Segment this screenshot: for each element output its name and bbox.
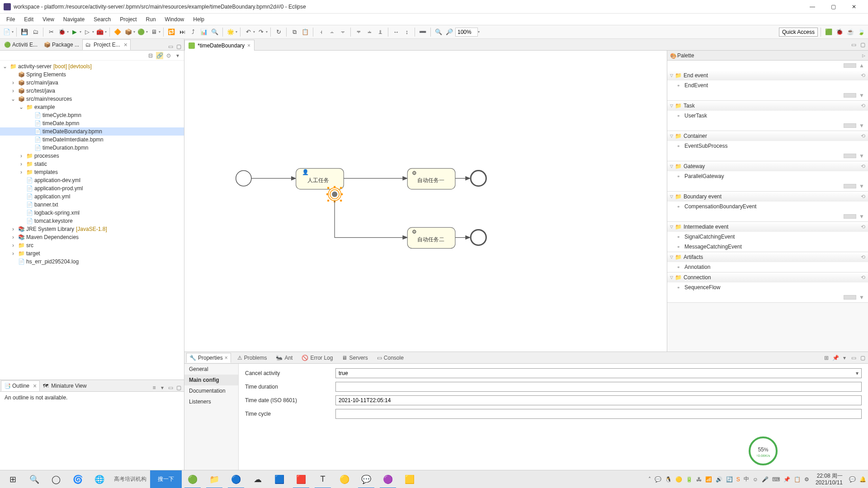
copy-icon[interactable]: ⧉ [289, 27, 299, 37]
props-tab-main-config[interactable]: Main config [184, 375, 238, 385]
palette-scroll-indicator[interactable]: ▼ [667, 181, 868, 191]
palette-item[interactable]: ▫SequenceFlow [667, 282, 868, 292]
tray-action-center-icon[interactable]: 💬 [849, 476, 856, 483]
save-all-button[interactable]: 🗂 [30, 27, 40, 37]
bpmn-end-event-1[interactable] [471, 171, 486, 186]
view-maximize-icon[interactable]: ▢ [175, 43, 182, 50]
save-button[interactable]: 💾 [19, 27, 29, 37]
focus-icon[interactable]: ⊙ [165, 52, 172, 59]
view-menu-icon[interactable]: ▾ [159, 384, 166, 391]
undo-icon[interactable]: ↶ [243, 27, 253, 37]
tree-node[interactable]: 📄hs_err_pid295204.log [0, 258, 184, 266]
bpmn-canvas[interactable]: 👤 人工任务 [184, 51, 667, 352]
view-tab-activiti[interactable]: 🟢Activiti E... [1, 39, 41, 50]
collapse-all-icon[interactable]: ⊟ [147, 52, 154, 59]
palette-scroll-indicator[interactable]: ▼ [667, 292, 868, 302]
palette-scroll-indicator[interactable]: ▼ [667, 121, 868, 131]
quick-access-input[interactable]: Quick Access [779, 28, 818, 37]
zoom-actual-icon[interactable]: 🔍 [434, 27, 443, 37]
tray-qq-icon[interactable]: 🐧 [665, 476, 672, 483]
mark-icon[interactable]: 🌟 [226, 27, 236, 37]
tree-node[interactable]: 📄timeDate.bpmn [0, 119, 184, 127]
tree-node[interactable]: 📄timeCycle.bpmn [0, 111, 184, 119]
menu-edit[interactable]: Edit [19, 14, 38, 24]
palette-category-header[interactable]: ▽📁Intermediate event⟲ [667, 222, 868, 232]
view-minimize-icon[interactable]: ▭ [850, 354, 857, 361]
task-view-icon[interactable]: ◯ [45, 470, 67, 488]
open-type-button[interactable]: 🔶 [113, 27, 123, 37]
taskbar-app-wechat[interactable]: 💬 [355, 470, 377, 488]
cut-icon[interactable]: ✂ [46, 27, 56, 37]
ext-tools-button[interactable]: 🧰 [95, 27, 105, 37]
relaunch-icon[interactable]: ⤴ [188, 27, 198, 37]
tray-sogou-icon[interactable]: S [736, 476, 740, 483]
palette-item[interactable]: ▫EventSubProcess [667, 141, 868, 151]
link-editor-icon[interactable]: 🔗 [156, 52, 163, 59]
view-minimize-icon[interactable]: ▭ [167, 43, 174, 50]
palette-category-header[interactable]: ▽📁End event⟲ [667, 70, 868, 80]
search-icon[interactable]: 🔍 [210, 27, 220, 37]
tray-360-icon[interactable]: 🟡 [675, 476, 682, 483]
tree-node[interactable]: 📄application-dev.yml [0, 176, 184, 184]
bottom-tab-servers[interactable]: 🖥Servers [339, 353, 370, 362]
editor-tab-timedateboundary[interactable]: *timeDateBoundary × [184, 40, 255, 51]
align-center-icon[interactable]: ⫠ [327, 27, 337, 37]
props-tab-listeners[interactable]: Listeners [184, 396, 238, 407]
tray-volume-icon[interactable]: 🔊 [716, 476, 722, 483]
menu-view[interactable]: View [38, 14, 59, 24]
run-last-button[interactable]: ▷ [82, 27, 92, 37]
tray-emoji-icon[interactable]: ☺ [753, 476, 758, 483]
outline-mode-icon[interactable]: ≡ [151, 384, 158, 391]
zoom-out-icon[interactable]: ➖ [418, 27, 428, 37]
bpmn-timer-boundary-selected[interactable] [326, 186, 343, 202]
palette-scroll-indicator[interactable]: ▼ [667, 211, 868, 221]
match-height-icon[interactable]: ↕ [402, 27, 412, 37]
tray-notification-icon[interactable]: 🔔 [859, 476, 866, 483]
new-button[interactable]: 📄 [2, 27, 12, 37]
align-top-icon[interactable]: ⫧ [354, 27, 363, 37]
tree-node[interactable]: ⌄📦src/main/resources [0, 95, 184, 103]
palette-category-header[interactable]: ▽📁Artifacts⟲ [667, 252, 868, 262]
tray-battery-icon[interactable]: 🔋 [686, 476, 693, 483]
perspective-spring-icon[interactable]: 🍃 [856, 27, 866, 37]
tree-node[interactable]: 📦Spring Elements [0, 70, 184, 79]
bpmn-end-event-2[interactable] [471, 230, 486, 245]
taskbar-app-typora[interactable]: T [312, 470, 334, 488]
view-menu-icon[interactable]: ▾ [174, 52, 181, 59]
run-button[interactable]: ▶ [70, 27, 80, 37]
editor-minimize-icon[interactable]: ▭ [850, 41, 857, 48]
tray-wechat-icon[interactable]: 💬 [655, 476, 661, 483]
menu-run[interactable]: Run [142, 14, 160, 24]
tray-keyboard-icon[interactable]: ⌨ [772, 476, 780, 483]
tray-clipboard-icon[interactable]: 📋 [794, 476, 801, 483]
tree-node[interactable]: 📄application-prod.yml [0, 184, 184, 192]
palette-item[interactable]: ▫CompensationBoundaryEvent [667, 202, 868, 211]
palette-category-header[interactable]: ▽📁Connection⟲ [667, 272, 868, 282]
window-close-button[interactable]: ✕ [844, 0, 864, 14]
tree-node[interactable]: 📄application.yml [0, 192, 184, 201]
tray-gear-icon[interactable]: ⚙ [804, 476, 809, 483]
align-right-icon[interactable]: ⫟ [338, 27, 348, 37]
tree-node[interactable]: ›📦src/main/java [0, 79, 184, 87]
tree-node[interactable]: ›📚JRE System Library[JavaSE-1.8] [0, 225, 184, 233]
performance-widget[interactable]: 55% ↑0.06K/s [749, 436, 778, 465]
tray-ime-icon[interactable]: 中 [744, 475, 749, 483]
tree-node[interactable]: 📄tomcat.keystore [0, 217, 184, 225]
coverage-icon[interactable]: 📊 [199, 27, 209, 37]
tree-node[interactable]: 📄banner.txt [0, 201, 184, 209]
align-middle-icon[interactable]: ⫨ [364, 27, 374, 37]
view-tab-miniature[interactable]: 🗺Miniature View [40, 380, 90, 391]
bottom-tab-console[interactable]: ▭Console [374, 353, 406, 362]
tree-node[interactable]: 📄timeDateImterdiate.bpmn [0, 136, 184, 144]
close-icon[interactable]: × [31, 382, 37, 389]
tree-node[interactable]: ›📁src [0, 241, 184, 249]
palette-item[interactable]: ▫Annotation [667, 262, 868, 272]
tree-node[interactable]: 📄timeDateBoundary.bpmn [0, 127, 184, 136]
palette-category-header[interactable]: ▽📁Gateway⟲ [667, 161, 868, 171]
tray-sync-icon[interactable]: 🔄 [726, 476, 733, 483]
tray-expand-icon[interactable]: ˄ [648, 476, 651, 483]
tree-node[interactable]: ›📁static [0, 160, 184, 168]
class-icon[interactable]: 🟢 [136, 27, 146, 37]
palette-item[interactable]: ▫UserTask [667, 111, 868, 121]
tray-pin-icon[interactable]: 📌 [783, 476, 790, 483]
